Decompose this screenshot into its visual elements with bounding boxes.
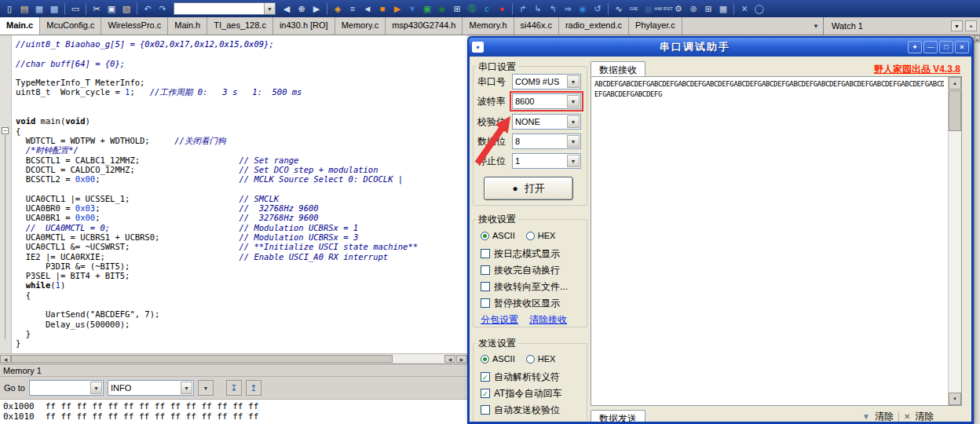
chevron-down-icon[interactable]: ▼ <box>567 95 580 108</box>
send-radio-hex[interactable]: HEX <box>526 354 556 364</box>
chevron-down-icon[interactable]: ▼ <box>567 155 580 167</box>
chevron-down-icon[interactable]: ▼ <box>90 382 102 394</box>
tab-overflow-chevron-icon[interactable]: ▼ <box>809 17 823 35</box>
redo-icon[interactable]: ↷ <box>155 2 170 16</box>
port-combo[interactable]: COM9 #US▼ <box>512 74 581 90</box>
watch-tab-label[interactable]: Watch 1 <box>827 21 949 31</box>
cut-icon[interactable]: ✂ <box>90 2 104 16</box>
watch-scrollbar-strip[interactable]: ▲ <box>974 35 980 424</box>
toolbar-search-combo[interactable]: ▼ <box>174 2 276 15</box>
nav-list-icon[interactable]: ≡ <box>346 2 360 16</box>
tab-data-receive[interactable]: 数据接收 <box>591 61 645 76</box>
chevron-down-icon[interactable]: ▼ <box>264 3 275 14</box>
g-badge-icon[interactable]: Ⓖ <box>465 2 479 16</box>
paste-icon[interactable]: ▧ <box>119 2 133 16</box>
find-next-icon[interactable]: ▶ <box>309 2 324 16</box>
compile-icon[interactable]: ■ <box>375 2 389 16</box>
open-file-icon[interactable]: ▤ <box>17 2 31 16</box>
breakpoints-icon[interactable]: ⊛ <box>686 2 700 16</box>
memory-hex-view[interactable]: 0x1000ff ff ff ff ff ff ff ff ff ff ff f… <box>0 400 467 424</box>
go-icon[interactable]: ⇒ <box>561 2 575 16</box>
pin-button[interactable]: ✦ <box>908 41 922 53</box>
receive-checkbox-row[interactable]: 接收转向至文件... <box>481 280 568 293</box>
receive-checkbox-row[interactable]: 接收完自动换行 <box>481 264 560 276</box>
minimize-button[interactable]: — <box>923 41 938 53</box>
code-editor[interactable]: − //uint8_t Biaohao_g[5] = {0x02,0x17,0x… <box>0 35 467 353</box>
new-file-icon[interactable]: ▯ <box>2 2 16 16</box>
prev-doc-icon[interactable]: ◄ <box>360 2 375 16</box>
receive-checkbox-row[interactable]: 按日志模式显示 <box>481 247 560 260</box>
debug-icon[interactable]: ◆ <box>435 2 449 16</box>
tab-ti-aes-128-c[interactable]: TI_aes_128.c <box>207 17 273 35</box>
scroll-up-icon[interactable]: ▲ <box>975 35 980 42</box>
tab-main-c[interactable]: Main.c <box>0 17 40 35</box>
save-icon[interactable]: ▦ <box>32 2 46 16</box>
clear-button-2[interactable]: 清除 <box>915 410 934 422</box>
settings-gear-icon[interactable]: ⚙ <box>671 2 686 16</box>
reset-icon[interactable]: ↺ <box>591 2 605 16</box>
tab-wirelesspro-c[interactable]: WirelessPro.c <box>101 17 168 35</box>
scroll-right-icon[interactable]: ▶ <box>456 355 467 363</box>
chevron-down-icon[interactable]: ▼ <box>567 115 580 128</box>
send-checkbox-row[interactable]: ✓自动解析转义符 <box>481 371 560 383</box>
memory-next-button[interactable]: ↥ <box>246 380 261 396</box>
scroll-down-icon[interactable]: ▼ <box>949 393 961 405</box>
checkbox-icon[interactable] <box>481 405 490 415</box>
packet-settings-link[interactable]: 分包设置 <box>481 313 518 327</box>
memory-format-dropdown-icon[interactable]: ▼ <box>198 380 214 396</box>
code-text[interactable]: //uint8_t Biaohao_g[5] = {0x02,0x17,0x12… <box>16 39 418 349</box>
send-checkbox-row[interactable]: 自动发送校验位 <box>481 404 560 416</box>
c-badge-icon[interactable]: c <box>480 2 494 16</box>
receive-radio-hex[interactable]: HEX <box>526 231 556 240</box>
chevron-down-icon[interactable]: ▼ <box>567 135 580 148</box>
app-menu-icon[interactable]: ▾ <box>472 42 484 53</box>
memory-zone-combo[interactable]: INFO ▼ <box>108 380 194 396</box>
receive-data-area[interactable]: ABCDEFGABCDEFGABCDEFGABCDEFGABCDEFGABCDE… <box>591 76 962 406</box>
scroll-up-icon[interactable]: ▲ <box>949 77 961 90</box>
build-list-icon[interactable]: ⊞ <box>450 2 464 16</box>
checkbox-icon[interactable] <box>481 265 490 275</box>
grid-icon[interactable]: ▦ <box>716 2 730 16</box>
step-over-icon[interactable]: ↱ <box>516 2 530 16</box>
run-icon[interactable]: ▶ <box>390 2 404 16</box>
halt-icon[interactable]: ◉ <box>576 2 590 16</box>
receive-checkbox-row[interactable]: 暂停接收区显示 <box>481 297 560 309</box>
chevron-down-icon[interactable]: ▼ <box>181 382 192 394</box>
scrollbar-thumb[interactable] <box>11 355 393 363</box>
send-checkbox-row[interactable]: ✓AT指令自动回车 <box>481 387 561 400</box>
memory-window-icon[interactable]: ⊞ <box>701 2 715 16</box>
editor-horizontal-scrollbar[interactable]: ◀ ◀ ▶ <box>0 353 467 364</box>
send-radio-ascii[interactable]: ASCII <box>481 354 515 364</box>
tab-data-send[interactable]: 数据发送 <box>591 410 645 422</box>
close-x-icon[interactable]: ✕ <box>737 2 751 16</box>
parity-combo[interactable]: NONE▼ <box>512 114 581 130</box>
stop-icon[interactable]: ● <box>495 2 509 16</box>
print-icon[interactable]: ▭ <box>68 2 82 16</box>
serial-titlebar[interactable]: ▾ 串口调试助手 ✦ — □ × <box>469 38 972 57</box>
open-port-button[interactable]: ● 打开 <box>484 177 573 200</box>
clear-button-1[interactable]: 清除 <box>875 410 894 422</box>
save-all-icon[interactable]: ▩ <box>47 2 61 16</box>
make-icon[interactable]: ▼ <box>405 2 419 16</box>
copy-icon[interactable]: ▣ <box>104 2 119 16</box>
checkbox-icon[interactable] <box>481 249 490 258</box>
scrollbar-thumb[interactable] <box>949 90 961 131</box>
tab-msp430g2744-h[interactable]: msp430G2744.h <box>386 17 463 35</box>
checkbox-icon[interactable] <box>481 298 490 308</box>
checkbox-checked-icon[interactable]: ✓ <box>481 389 490 398</box>
tab-phylayer-c[interactable]: Phylayer.c <box>629 17 682 35</box>
checkbox-checked-icon[interactable]: ✓ <box>481 372 490 382</box>
baud-rate-combo[interactable]: 8600▼ <box>512 93 581 109</box>
watch-dropdown-icon[interactable]: ▾ <box>951 20 963 31</box>
tab-radio-extend-c[interactable]: radio_extend.c <box>559 17 629 35</box>
step-out-icon[interactable]: ↰ <box>546 2 560 16</box>
clear-receive-link[interactable]: 清除接收 <box>529 313 567 327</box>
watch-close-icon[interactable]: × <box>965 20 977 31</box>
profiler-icon[interactable]: ∿ <box>612 2 626 16</box>
tab-main-h[interactable]: Main.h <box>168 17 207 35</box>
find-prev-icon[interactable]: ◀ <box>280 2 294 16</box>
send-checkbox-row[interactable]: 打开文件数据源 <box>481 420 560 422</box>
scroll-left-icon[interactable]: ◀ <box>0 355 11 363</box>
receive-radio-ascii[interactable]: ASCII <box>481 231 515 240</box>
receive-scrollbar[interactable]: ▲ ▼ <box>948 77 961 405</box>
